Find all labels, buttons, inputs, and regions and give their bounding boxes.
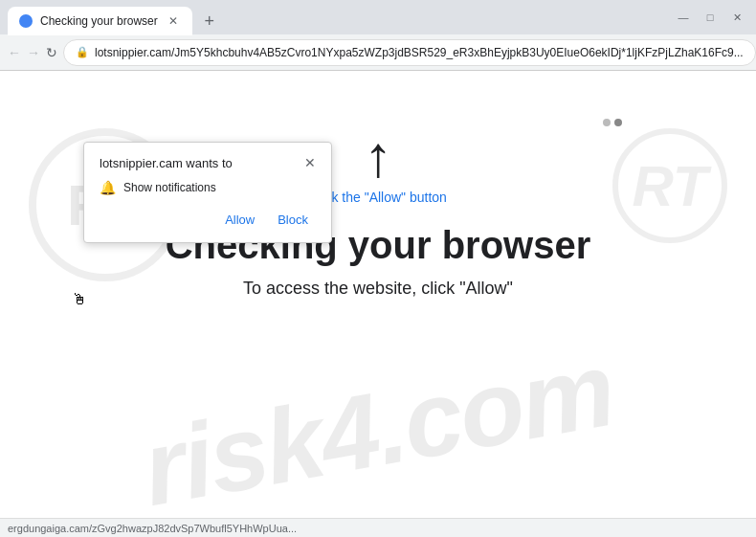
forward-button[interactable]: → <box>27 41 40 64</box>
tab-strip: Checking your browser ✕ + <box>8 0 672 34</box>
refresh-button[interactable]: ↻ <box>46 41 57 64</box>
popup-buttons: Allow Block <box>100 209 316 231</box>
dot-1 <box>603 119 611 126</box>
popup-header: lotsnippier.cam wants to ✕ <box>100 156 316 170</box>
sub-heading: To access the website, click "Allow" <box>243 279 513 299</box>
arrow-container: ↑ <box>364 128 392 186</box>
allow-button[interactable]: Allow <box>217 209 262 231</box>
loading-dots <box>603 119 622 126</box>
popup-close-button[interactable]: ✕ <box>304 156 316 169</box>
tab-label: Checking your browser <box>40 14 158 28</box>
active-tab[interactable]: Checking your browser ✕ <box>8 7 192 35</box>
notification-text: Show notifications <box>123 181 216 194</box>
tab-close-button[interactable]: ✕ <box>166 13 181 29</box>
block-button[interactable]: Block <box>270 209 316 231</box>
window-controls: — □ ✕ <box>676 11 748 24</box>
popup-title: lotsnippier.cam wants to <box>100 156 233 170</box>
status-text: ergdungaiga.cam/zGvg2hwazpJ82dvSp7Wbufl5… <box>8 523 297 534</box>
address-bar: ← → ↻ 🔒 lotsnippier.cam/Jm5Y5khcbuhv4AB5… <box>0 34 756 71</box>
title-bar: Checking your browser ✕ + — □ ✕ <box>0 0 756 34</box>
back-button[interactable]: ← <box>8 41 21 64</box>
close-button[interactable]: ✕ <box>729 11 745 24</box>
dot-2 <box>614 119 622 126</box>
up-arrow-icon: ↑ <box>364 128 392 186</box>
new-tab-button[interactable]: + <box>196 8 223 34</box>
address-input[interactable]: 🔒 lotsnippier.cam/Jm5Y5khcbuhv4AB5zCvro1… <box>63 39 756 66</box>
minimize-button[interactable]: — <box>676 11 691 23</box>
status-bar: ergdungaiga.cam/zGvg2hwazpJ82dvSp7Wbufl5… <box>0 518 756 537</box>
bell-icon: 🔔 <box>100 180 116 195</box>
maximize-button[interactable]: □ <box>702 11 718 23</box>
watermark-text: risk4.com <box>134 327 622 518</box>
lock-icon: 🔒 <box>76 46 89 58</box>
popup-notification-row: 🔔 Show notifications <box>100 180 316 195</box>
notification-popup: lotsnippier.cam wants to ✕ 🔔 Show notifi… <box>83 142 332 243</box>
tab-favicon <box>19 14 33 28</box>
address-text: lotsnippier.cam/Jm5Y5khcbuhv4AB5zCvro1NY… <box>95 46 744 59</box>
